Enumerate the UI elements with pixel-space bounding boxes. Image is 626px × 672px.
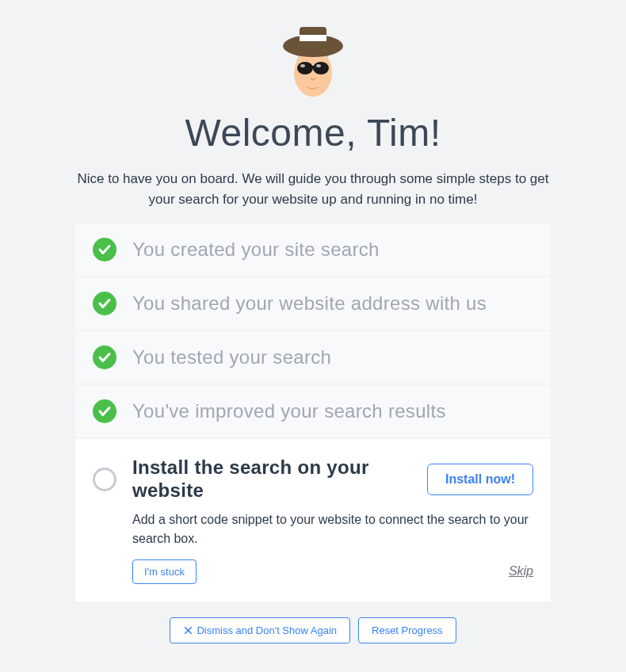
svg-point-4 — [297, 62, 313, 74]
step-completed: You created your site search — [75, 223, 551, 277]
step-completed: You've improved your search results — [75, 385, 551, 439]
welcome-title: Welcome, Tim! — [185, 111, 441, 155]
check-icon — [93, 292, 116, 315]
avatar — [269, 16, 357, 103]
install-now-button[interactable]: Install now! — [427, 464, 533, 495]
footer-actions: Dismiss and Don't Show Again Reset Progr… — [170, 617, 456, 643]
step-description: Add a short code snippet to your website… — [132, 510, 533, 548]
circle-icon — [93, 468, 116, 491]
dismiss-label: Dismiss and Don't Show Again — [197, 624, 337, 636]
onboarding-steps: You created your site search You shared … — [75, 223, 551, 601]
check-icon — [93, 238, 116, 262]
close-icon — [183, 625, 193, 636]
svg-point-7 — [300, 64, 305, 67]
step-completed: You tested your search — [75, 331, 551, 385]
im-stuck-button[interactable]: I'm stuck — [132, 559, 197, 584]
svg-rect-3 — [300, 35, 326, 41]
reset-progress-button[interactable]: Reset Progress — [358, 617, 456, 643]
step-active: Install the search on your website Insta… — [75, 439, 551, 601]
step-title: You tested your search — [132, 346, 331, 368]
step-title: You created your site search — [132, 239, 380, 261]
check-icon — [93, 346, 116, 369]
welcome-subtitle: Nice to have you on board. We will guide… — [75, 169, 551, 209]
dismiss-button[interactable]: Dismiss and Don't Show Again — [170, 617, 350, 643]
skip-link[interactable]: Skip — [509, 564, 533, 578]
step-title: You shared your website address with us — [132, 292, 487, 315]
svg-rect-6 — [311, 66, 315, 68]
svg-point-5 — [313, 62, 329, 74]
check-icon — [93, 399, 116, 423]
step-title: You've improved your search results — [132, 400, 446, 422]
svg-point-8 — [316, 64, 321, 67]
step-completed: You shared your website address with us — [75, 277, 551, 331]
step-title: Install the search on your website — [132, 456, 427, 502]
